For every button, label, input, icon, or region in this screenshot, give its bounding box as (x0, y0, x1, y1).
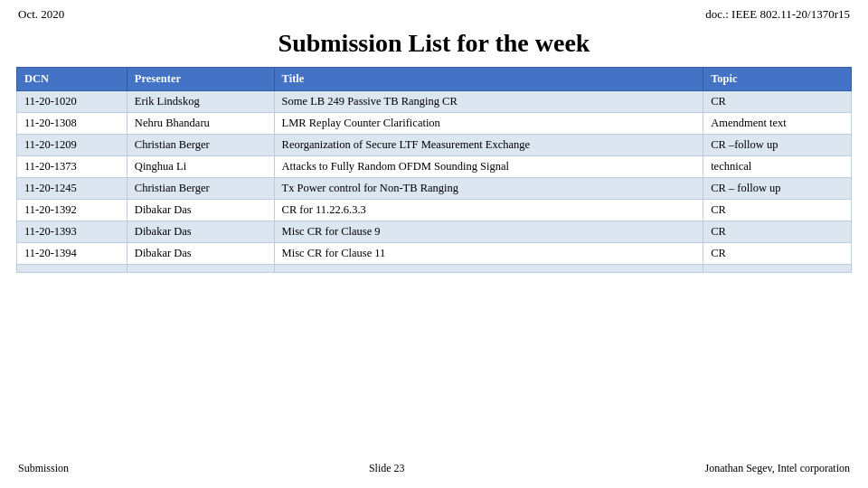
cell-presenter: Nehru Bhandaru (127, 113, 274, 135)
cell-dcn: 11-20-1392 (17, 200, 127, 221)
cell-topic: CR –follow up (703, 135, 852, 156)
cell-title: Misc CR for Clause 11 (274, 243, 703, 265)
cell-topic (703, 265, 852, 273)
col-dcn: DCN (17, 68, 127, 91)
table-row: 11-20-1020Erik LindskogSome LB 249 Passi… (17, 91, 852, 113)
submission-table: DCN Presenter Title Topic 11-20-1020Erik… (16, 67, 852, 273)
cell-title: LMR Replay Counter Clarification (274, 113, 703, 135)
table-row: 11-20-1245Christian BergerTx Power contr… (17, 178, 852, 200)
cell-dcn: 11-20-1373 (17, 156, 127, 178)
cell-dcn: 11-20-1020 (17, 91, 127, 113)
cell-presenter: Christian Berger (127, 178, 274, 200)
cell-dcn: 11-20-1308 (17, 113, 127, 135)
table-wrapper: DCN Presenter Title Topic 11-20-1020Erik… (0, 67, 868, 273)
table-row: 11-20-1209Christian BergerReorganization… (17, 135, 852, 156)
cell-presenter: Dibakar Das (127, 243, 274, 265)
cell-topic: CR (703, 91, 852, 113)
table-row: 11-20-1392Dibakar DasCR for 11.22.6.3.3C… (17, 200, 852, 221)
table-row (17, 265, 852, 273)
cell-presenter: Dibakar Das (127, 200, 274, 221)
cell-title: CR for 11.22.6.3.3 (274, 200, 703, 221)
table-row: 11-20-1394Dibakar DasMisc CR for Clause … (17, 243, 852, 265)
cell-presenter: Dibakar Das (127, 221, 274, 243)
col-presenter: Presenter (127, 68, 274, 91)
page-title: Submission List for the week (0, 29, 868, 58)
cell-presenter: Erik Lindskog (127, 91, 274, 113)
cell-topic: CR (703, 200, 852, 221)
cell-topic: CR (703, 221, 852, 243)
footer-right: Jonathan Segev, Intel corporation (704, 462, 850, 475)
cell-presenter: Christian Berger (127, 135, 274, 156)
footer-left: Submission (18, 462, 69, 475)
cell-title (274, 265, 703, 273)
cell-title: Some LB 249 Passive TB Ranging CR (274, 91, 703, 113)
cell-topic: Amendment text (703, 113, 852, 135)
cell-topic: CR – follow up (703, 178, 852, 200)
col-title: Title (274, 68, 703, 91)
footer-bar: Submission Slide 23 Jonathan Segev, Inte… (0, 458, 868, 479)
page: Oct. 2020 doc.: IEEE 802.11-20/1370r15 S… (0, 0, 868, 488)
cell-dcn (17, 265, 127, 273)
cell-presenter: Qinghua Li (127, 156, 274, 178)
header-doc: doc.: IEEE 802.11-20/1370r15 (705, 7, 850, 22)
cell-dcn: 11-20-1393 (17, 221, 127, 243)
cell-topic: technical (703, 156, 852, 178)
header-date: Oct. 2020 (18, 7, 64, 22)
header-bar: Oct. 2020 doc.: IEEE 802.11-20/1370r15 (0, 0, 868, 25)
cell-presenter (127, 265, 274, 273)
cell-dcn: 11-20-1209 (17, 135, 127, 156)
cell-dcn: 11-20-1394 (17, 243, 127, 265)
table-row: 11-20-1373Qinghua LiAttacks to Fully Ran… (17, 156, 852, 178)
cell-title: Reorganization of Secure LTF Measurement… (274, 135, 703, 156)
footer-center: Slide 23 (369, 462, 405, 475)
cell-title: Tx Power control for Non-TB Ranging (274, 178, 703, 200)
cell-dcn: 11-20-1245 (17, 178, 127, 200)
table-row: 11-20-1393Dibakar DasMisc CR for Clause … (17, 221, 852, 243)
cell-title: Attacks to Fully Random OFDM Sounding Si… (274, 156, 703, 178)
cell-topic: CR (703, 243, 852, 265)
cell-title: Misc CR for Clause 9 (274, 221, 703, 243)
table-header-row: DCN Presenter Title Topic (17, 68, 852, 91)
col-topic: Topic (703, 68, 852, 91)
table-row: 11-20-1308Nehru BhandaruLMR Replay Count… (17, 113, 852, 135)
